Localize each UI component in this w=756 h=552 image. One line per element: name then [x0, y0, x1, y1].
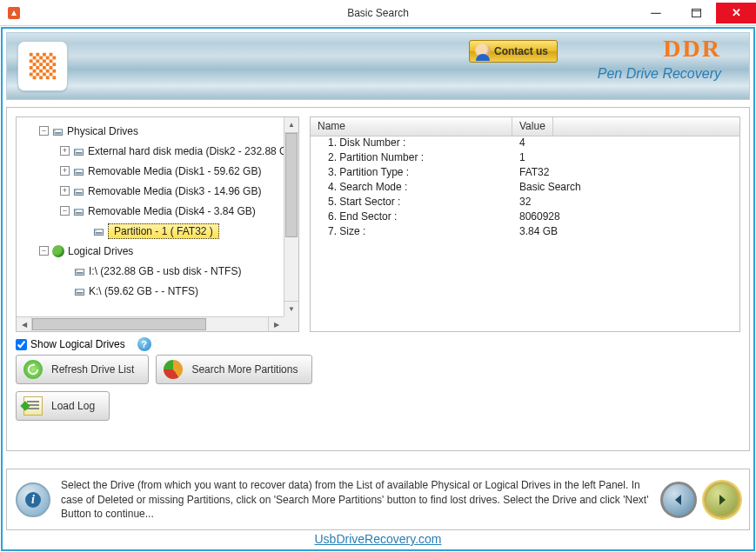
svg-rect-32: [39, 76, 43, 79]
show-logical-checkbox[interactable]: Show Logical Drives: [16, 338, 125, 350]
drive-icon: 🖴: [93, 224, 104, 237]
details-row: 7. Size :3.84 GB: [311, 225, 739, 240]
drive-icon: 🖴: [73, 184, 84, 197]
expand-icon[interactable]: +: [60, 146, 70, 156]
details-panel: Name Value 1. Disk Number :4 2. Partitio…: [310, 116, 740, 332]
expand-icon[interactable]: +: [60, 166, 70, 176]
svg-rect-14: [50, 59, 53, 63]
tree-node[interactable]: I:\ (232.88 GB - usb disk - NTFS): [89, 265, 241, 277]
checkbox-label: Show Logical Drives: [30, 338, 125, 350]
details-row: 3. Partition Type :FAT32: [311, 166, 739, 181]
svg-rect-12: [36, 59, 39, 63]
contact-label: Contact us: [494, 45, 548, 57]
svg-rect-20: [36, 66, 39, 70]
svg-rect-8: [39, 57, 43, 60]
drive-icon: 🖴: [73, 164, 84, 177]
svg-rect-16: [39, 63, 43, 66]
vertical-scrollbar[interactable]: [284, 117, 298, 316]
window-controls: ─ ✕: [636, 3, 756, 23]
close-button[interactable]: ✕: [716, 3, 756, 23]
tree-node-selected[interactable]: Partition - 1 ( FAT32 ): [108, 223, 219, 239]
details-body: 1. Disk Number :4 2. Partition Number :1…: [311, 136, 739, 240]
brand-logo-text: DDR: [598, 37, 721, 61]
column-header-value[interactable]: Value: [512, 117, 553, 136]
person-icon: [475, 43, 491, 59]
collapse-icon[interactable]: −: [39, 246, 49, 256]
nav-buttons: [660, 482, 740, 518]
svg-rect-34: [52, 76, 56, 79]
details-row: 2. Partition Number :1: [311, 151, 739, 166]
svg-rect-30: [50, 73, 53, 76]
instruction-text: Select the Drive (from which you want to…: [61, 478, 650, 521]
svg-rect-10: [52, 57, 56, 60]
svg-rect-18: [52, 63, 56, 66]
drive-icon: 🖴: [74, 264, 85, 277]
details-header: Name Value: [311, 117, 739, 136]
svg-rect-24: [39, 70, 43, 73]
tree-node-logical[interactable]: Logical Drives: [68, 245, 133, 257]
contact-us-button[interactable]: Contact us: [469, 40, 558, 63]
app-logo: [17, 41, 68, 91]
svg-rect-13: [43, 59, 46, 63]
main-panel: − 🖴 Physical Drives + 🖴 External hard di…: [6, 107, 750, 451]
svg-rect-5: [43, 53, 46, 57]
collapse-icon[interactable]: −: [39, 126, 49, 136]
details-row: 1. Disk Number :4: [311, 136, 739, 151]
drive-icon: 🖴: [52, 124, 64, 137]
window-title: Basic Search: [347, 7, 409, 19]
details-row: 5. Start Sector :32: [311, 196, 739, 210]
svg-rect-31: [33, 76, 37, 79]
globe-icon: [52, 245, 64, 257]
expand-icon[interactable]: +: [60, 186, 70, 196]
log-file-icon: [23, 396, 43, 416]
drive-icon: 🖴: [73, 204, 84, 217]
scrollbar-thumb[interactable]: [32, 318, 206, 330]
tree-node[interactable]: External hard disk media (Disk2 - 232.88…: [88, 145, 287, 157]
button-label: Search More Partitions: [191, 363, 298, 376]
footer-link[interactable]: UsbDriveRecovery.com: [6, 532, 750, 546]
svg-rect-27: [30, 73, 33, 76]
svg-rect-9: [46, 57, 50, 60]
scrollbar-corner: [284, 316, 298, 331]
svg-rect-3: [30, 53, 33, 57]
svg-rect-28: [36, 73, 39, 76]
svg-rect-1: [692, 9, 700, 17]
details-row: 6. End Sector :8060928: [311, 210, 739, 225]
next-button[interactable]: [704, 482, 740, 518]
info-icon: i: [16, 482, 50, 517]
svg-rect-26: [52, 70, 56, 73]
svg-rect-33: [46, 76, 50, 79]
drive-tree[interactable]: − 🖴 Physical Drives + 🖴 External hard di…: [17, 117, 298, 331]
tree-node[interactable]: K:\ (59.62 GB - - NTFS): [89, 285, 198, 297]
tree-node[interactable]: Removable Media (Disk3 - 14.96 GB): [88, 185, 261, 197]
button-label: Load Log: [51, 400, 95, 412]
search-more-partitions-button[interactable]: Search More Partitions: [156, 355, 312, 384]
column-header-name[interactable]: Name: [311, 117, 512, 136]
help-icon[interactable]: ?: [137, 337, 151, 351]
header-banner: Contact us DDR Pen Drive Recovery: [6, 32, 750, 100]
scrollbar-thumb[interactable]: [285, 133, 298, 237]
load-log-button[interactable]: Load Log: [16, 391, 110, 421]
svg-rect-29: [43, 73, 46, 76]
svg-rect-21: [43, 66, 46, 70]
maximize-button[interactable]: [676, 3, 716, 23]
refresh-icon: [23, 360, 43, 379]
refresh-drive-list-button[interactable]: Refresh Drive List: [16, 355, 149, 384]
details-row: 4. Search Mode :Basic Search: [311, 181, 739, 196]
horizontal-scrollbar[interactable]: [17, 316, 284, 331]
brand-subtitle: Pen Drive Recovery: [598, 66, 721, 82]
tree-node[interactable]: Removable Media (Disk4 - 3.84 GB): [88, 205, 256, 217]
minimize-button[interactable]: ─: [636, 3, 676, 23]
collapse-icon[interactable]: −: [60, 206, 70, 216]
button-label: Refresh Drive List: [51, 363, 134, 376]
tree-node-physical[interactable]: Physical Drives: [67, 125, 138, 137]
svg-rect-4: [36, 53, 39, 57]
checkbox-input[interactable]: [16, 339, 27, 350]
back-button[interactable]: [660, 482, 697, 518]
tree-node[interactable]: Removable Media (Disk1 - 59.62 GB): [88, 165, 261, 177]
titlebar: Basic Search ─ ✕: [0, 0, 756, 26]
pie-chart-icon: [164, 360, 183, 379]
svg-rect-17: [46, 63, 50, 66]
svg-rect-22: [50, 66, 53, 70]
brand-block: DDR Pen Drive Recovery: [598, 37, 721, 82]
